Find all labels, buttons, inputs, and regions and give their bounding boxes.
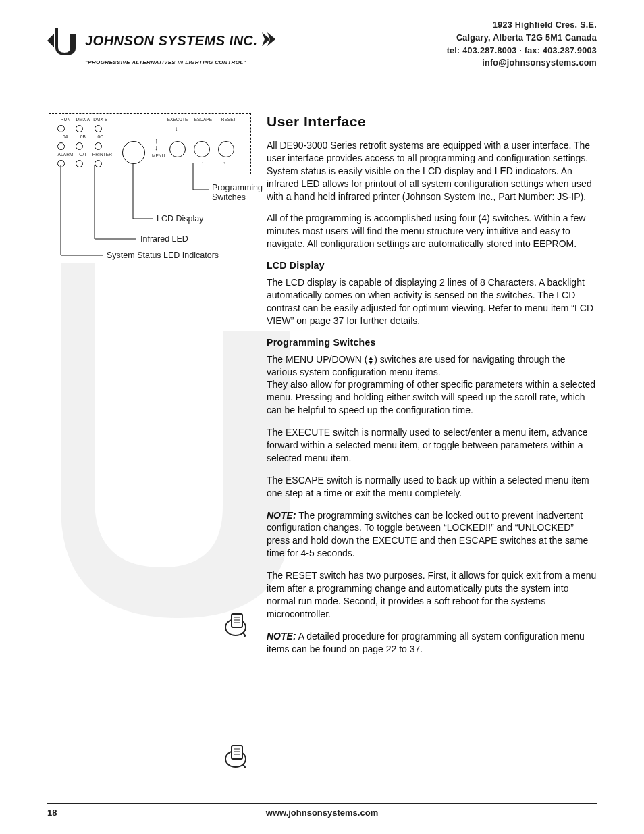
- arrow-left-icon: ←: [200, 159, 207, 166]
- lcd-display-icon: [122, 141, 145, 164]
- callout-lcd: LCD Display: [157, 214, 203, 224]
- note-icon: [222, 610, 254, 640]
- arrow-left-icon: ←: [222, 159, 229, 166]
- note-prefix: NOTE:: [267, 631, 296, 642]
- contact-address-1: 1923 Highfield Cres. S.E.: [447, 19, 597, 32]
- body-paragraph: The LCD display is capable of displaying…: [267, 276, 597, 328]
- led-label-alarm: ALARM: [57, 152, 74, 157]
- led-label-0a: 0A: [57, 134, 74, 139]
- body-paragraph: The EXECUTE switch is normally used to s…: [267, 426, 597, 465]
- page-number: 18: [47, 808, 57, 818]
- ui-panel-diagram: RUN DMX A DMX B 0A 0B 0C ALARM O/T: [49, 113, 251, 174]
- led-indicator: [76, 160, 83, 167]
- callout-programming-switches: Programming Switches: [212, 183, 263, 202]
- led-indicator: [76, 142, 83, 150]
- subheading-programming-switches: Programming Switches: [267, 337, 597, 348]
- contact-address-2: Calgary, Alberta T2G 5M1 Canada: [447, 32, 597, 45]
- menu-label: MENU: [152, 153, 165, 158]
- contact-info: 1923 Highfield Cres. S.E. Calgary, Alber…: [447, 19, 597, 70]
- led-label-dmxb: DMX B: [92, 117, 109, 122]
- led-label-run: RUN: [57, 117, 74, 122]
- execute-switch-icon: [169, 141, 186, 157]
- led-label-ot: O/T: [75, 152, 91, 157]
- contact-email: info@johnsonsystems.com: [447, 57, 597, 70]
- callout-status-leds: System Status LED Indicators: [107, 251, 219, 260]
- led-indicator: [57, 160, 65, 167]
- note-prefix: NOTE:: [267, 510, 296, 521]
- body-paragraph: All of the programming is accomplished u…: [267, 212, 597, 251]
- company-logo-block: JOHNSON SYSTEMS INC. "PROGRESSIVE ALTERN…: [47, 24, 284, 66]
- led-indicator: [95, 125, 102, 132]
- led-indicator: [76, 125, 83, 132]
- body-paragraph: The RESET switch has two purposes. First…: [267, 569, 597, 621]
- subheading-lcd: LCD Display: [267, 260, 597, 271]
- company-logo-mark: [47, 24, 80, 57]
- reset-switch-icon: [218, 141, 234, 157]
- led-indicator: [57, 125, 65, 132]
- body-paragraph: All DE90-3000 Series retrofit systems ar…: [267, 139, 597, 203]
- footer-url: www.johnsonsystems.com: [266, 808, 378, 818]
- led-label-0c: 0C: [92, 134, 109, 139]
- note-paragraph: NOTE: A detailed procedure for programmi…: [267, 630, 597, 656]
- btn-label-escape: ESCAPE: [191, 117, 215, 122]
- led-indicator: [95, 160, 102, 167]
- led-indicator: [95, 142, 102, 150]
- chevron-right-icon: [262, 32, 278, 49]
- btn-label-reset: RESET: [217, 117, 241, 122]
- section-title: User Interface: [267, 113, 597, 130]
- btn-label-execute: EXECUTE: [165, 117, 190, 122]
- note-icon: [222, 741, 254, 771]
- contact-phone-fax: tel: 403.287.8003 · fax: 403.287.9003: [447, 45, 597, 57]
- company-tagline: "PROGRESSIVE ALTERNATIVES IN LIGHTING CO…: [85, 59, 284, 66]
- svg-rect-9: [232, 746, 242, 759]
- body-paragraph: The MENU UP/DOWN (▲▼) switches are used …: [267, 353, 597, 417]
- company-name: JOHNSON SYSTEMS INC.: [85, 33, 258, 49]
- body-paragraph: The ESCAPE switch is normally used to ba…: [267, 474, 597, 500]
- led-label-0b: 0B: [75, 134, 91, 139]
- callout-infrared-led: Infrared LED: [140, 234, 188, 244]
- arrow-down-icon: ↓: [175, 125, 178, 132]
- note-paragraph: NOTE: The programming switches can be lo…: [267, 509, 597, 561]
- svg-rect-4: [232, 614, 242, 627]
- menu-updown-icon: ↑↓: [155, 137, 159, 151]
- up-down-arrow-icon: ▲▼: [367, 355, 374, 365]
- led-indicator: [57, 142, 65, 150]
- svg-marker-0: [47, 34, 54, 47]
- escape-switch-icon: [194, 141, 210, 157]
- led-label-printer: PRINTER: [92, 152, 109, 157]
- led-label-dmxa: DMX A: [75, 117, 91, 122]
